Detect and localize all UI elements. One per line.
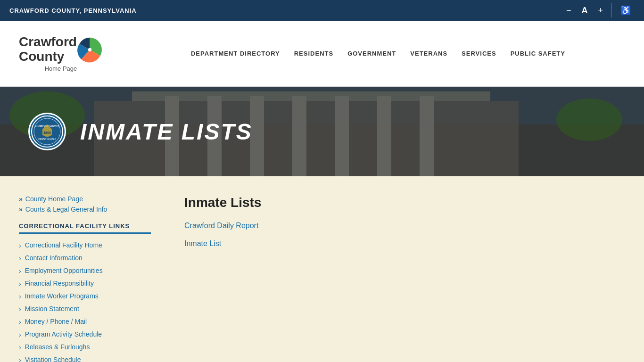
list-item[interactable]: › Employment Opportunities (19, 267, 151, 275)
crawford-daily-report-link[interactable]: Crawford Daily Report (184, 222, 625, 230)
logo-line2: County (19, 49, 64, 64)
chevron-icon: › (19, 255, 21, 262)
seal-icon: CRAWFORD COUNTY PENNSYLVANIA 1800 (31, 115, 64, 148)
list-item[interactable]: › Program Activity Schedule (19, 330, 151, 338)
chevron-icon: › (19, 280, 21, 288)
logo-pie-icon (77, 37, 103, 63)
nav-residents[interactable]: RESIDENTS (294, 50, 333, 57)
list-item[interactable]: › Mission Statement (19, 305, 151, 313)
sidebar-link-program[interactable]: Program Activity Schedule (25, 330, 102, 338)
breadcrumb-arrow-1: » (19, 195, 23, 203)
county-title: CRAWFORD COUNTY, PENNSYLVANIA (9, 7, 137, 14)
hero-title: INMATE LISTS (80, 119, 253, 145)
breadcrumb-arrow-2: » (19, 206, 23, 213)
accessibility-tools: − A + ♿ (562, 3, 635, 17)
sidebar-section-title: CORRECTIONAL FACILITY LINKS (19, 222, 151, 234)
sidebar-link-visitation[interactable]: Visitation Schedule (25, 356, 81, 362)
main-content: Inmate Lists Crawford Daily Report Inmat… (170, 195, 625, 362)
nav-veterans[interactable]: VETERANS (410, 50, 447, 57)
main-navigation: DEPARTMENT DIRECTORY RESIDENTS GOVERNMEN… (131, 50, 625, 57)
chevron-icon: › (19, 242, 21, 249)
svg-point-1 (88, 48, 91, 51)
hero-banner: CRAWFORD COUNTY PENNSYLVANIA 1800 INMATE… (0, 87, 644, 176)
nav-services[interactable]: SERVICES (462, 50, 496, 57)
sidebar-link-mission[interactable]: Mission Statement (25, 305, 79, 313)
sidebar-link-correctional-home[interactable]: Correctional Facility Home (25, 241, 102, 249)
hero-content: CRAWFORD COUNTY PENNSYLVANIA 1800 INMATE… (28, 113, 253, 150)
breadcrumb-nav: » County Home Page » Courts & Legal Gene… (19, 195, 151, 213)
chevron-icon: › (19, 344, 21, 351)
sidebar-link-employment[interactable]: Employment Opportunities (25, 267, 103, 274)
list-item[interactable]: › Visitation Schedule (19, 356, 151, 362)
decrease-font-button[interactable]: − (562, 4, 575, 16)
breadcrumb-courts[interactable]: » Courts & Legal General Info (19, 206, 151, 213)
accessibility-button[interactable]: ♿ (617, 4, 635, 16)
list-item[interactable]: › Contact Information (19, 254, 151, 262)
list-item[interactable]: › Inmate Worker Programs (19, 292, 151, 300)
list-item[interactable]: › Financial Responsibility (19, 280, 151, 288)
logo-text: Crawford County (19, 35, 77, 64)
list-item[interactable]: › Correctional Facility Home (19, 241, 151, 249)
top-bar: CRAWFORD COUNTY, PENNSYLVANIA − A + ♿ (0, 0, 644, 21)
breadcrumb-county-home[interactable]: » County Home Page (19, 195, 151, 203)
list-item[interactable]: › Money / Phone / Mail (19, 318, 151, 326)
sidebar-links-list: › Correctional Facility Home › Contact I… (19, 241, 151, 362)
increase-font-button[interactable]: + (594, 4, 607, 16)
sidebar-link-money[interactable]: Money / Phone / Mail (25, 318, 87, 325)
sidebar-link-inmate-worker[interactable]: Inmate Worker Programs (25, 292, 99, 300)
chevron-icon: › (19, 293, 21, 300)
sidebar-link-releases[interactable]: Releases & Furloughs (25, 343, 90, 351)
chevron-icon: › (19, 356, 21, 362)
nav-government[interactable]: GOVERNMENT (347, 50, 396, 57)
chevron-icon: › (19, 331, 21, 338)
logo-container: Crawford County (19, 35, 103, 64)
nav-public-safety[interactable]: PUBLIC SAFETY (511, 50, 565, 57)
county-seal: CRAWFORD COUNTY PENNSYLVANIA 1800 (28, 113, 66, 150)
inmate-list-link[interactable]: Inmate List (184, 239, 625, 248)
logo-line1: Crawford (19, 34, 77, 49)
page-title: Inmate Lists (184, 195, 625, 210)
svg-text:1800: 1800 (43, 131, 51, 134)
divider (611, 3, 612, 17)
main-header: Crawford County Home Page DEPARTMENT DIR… (0, 21, 644, 87)
nav-dept-directory[interactable]: DEPARTMENT DIRECTORY (191, 50, 280, 57)
list-item[interactable]: › Releases & Furloughs (19, 343, 151, 351)
breadcrumb-courts-label: Courts & Legal General Info (25, 206, 107, 213)
sidebar-link-financial[interactable]: Financial Responsibility (25, 280, 94, 287)
svg-point-15 (556, 99, 622, 141)
content-area: » County Home Page » Courts & Legal Gene… (0, 176, 644, 362)
chevron-icon: › (19, 267, 21, 275)
font-label: A (578, 4, 591, 16)
sidebar: » County Home Page » Courts & Legal Gene… (19, 195, 170, 362)
svg-text:PENNSYLVANIA: PENNSYLVANIA (38, 138, 56, 140)
chevron-icon: › (19, 305, 21, 313)
sidebar-link-contact[interactable]: Contact Information (25, 254, 83, 262)
breadcrumb-county-home-label: County Home Page (25, 195, 83, 203)
logo-subtitle: Home Page (45, 65, 77, 72)
chevron-icon: › (19, 318, 21, 326)
logo-link[interactable]: Crawford County Home Page (19, 35, 103, 72)
